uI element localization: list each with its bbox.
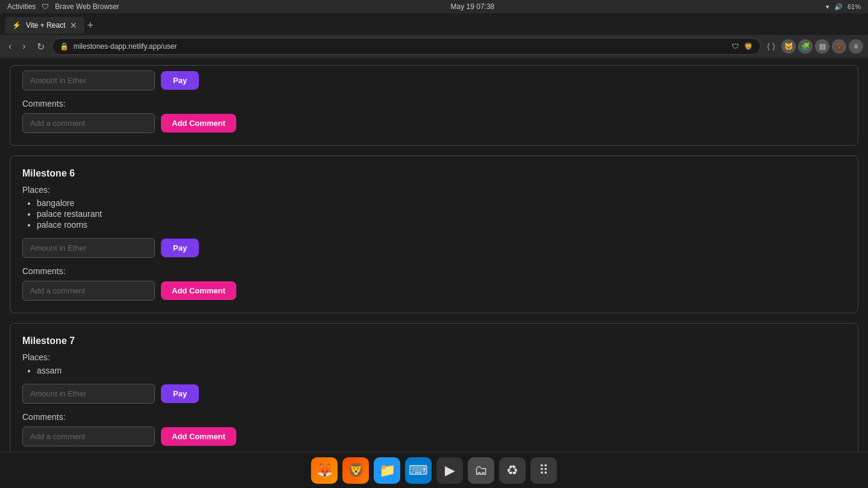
milestone-7-comment-row: Add Comment bbox=[22, 427, 846, 446]
taskbar-terminal[interactable]: ▶ bbox=[436, 457, 463, 484]
list-item: bangalore bbox=[37, 198, 846, 208]
nav-icons: ⟨ ⟩ bbox=[764, 40, 778, 52]
forward-button[interactable]: › bbox=[19, 40, 29, 53]
share-button[interactable]: ⟨ ⟩ bbox=[764, 40, 778, 52]
taskbar-nautilus[interactable]: 🗂 bbox=[468, 457, 494, 484]
milestone-6-add-comment-button[interactable]: Add Comment bbox=[161, 281, 236, 300]
menu-icon[interactable]: ≡ bbox=[849, 39, 863, 54]
tab-bar: ⚡ Vite + React ✕ + bbox=[0, 13, 868, 35]
shield-icon: 🛡 bbox=[42, 2, 49, 11]
taskbar-apps[interactable]: ⠿ bbox=[530, 457, 557, 484]
milestone-6-places-label: Places: bbox=[22, 185, 846, 195]
list-item: assam bbox=[37, 366, 846, 375]
list-item: palace restaurant bbox=[37, 209, 846, 219]
os-bar-left: Activities 🛡 Brave Web Browser bbox=[7, 2, 119, 11]
milestone-7-title: Milestone 7 bbox=[22, 336, 846, 346]
milestone-6: Milestone 6Places:bangalorepalace restau… bbox=[10, 155, 858, 313]
sidebar-icon[interactable]: ▤ bbox=[815, 39, 829, 54]
partial-payment-row: Pay bbox=[22, 70, 846, 90]
url-text: milestones-dapp.netlify.app/user bbox=[74, 42, 727, 51]
milestone-7-comment-input[interactable] bbox=[22, 427, 155, 446]
battery-label: 61% bbox=[848, 3, 861, 10]
browser-label: Brave Web Browser bbox=[55, 2, 119, 11]
lock-icon: 🔒 bbox=[60, 42, 69, 51]
taskbar-firefox[interactable]: 🦊 bbox=[311, 457, 338, 484]
milestone-7: Milestone 7Places:assamPayComments:Add C… bbox=[10, 323, 858, 452]
back-button[interactable]: ‹ bbox=[5, 40, 15, 53]
os-bar: Activities 🛡 Brave Web Browser May 19 07… bbox=[0, 0, 868, 13]
list-item: palace rooms bbox=[37, 220, 846, 230]
partial-card: Pay Comments: Add Comment bbox=[10, 65, 858, 146]
milestone-6-places-list: bangalorepalace restaurantpalace rooms bbox=[22, 198, 846, 230]
volume-icon: 🔊 bbox=[834, 3, 843, 11]
partial-comments-label: Comments: bbox=[22, 99, 846, 108]
milestones-container: Milestone 6Places:bangalorepalace restau… bbox=[10, 155, 858, 452]
milestone-6-title: Milestone 6 bbox=[22, 168, 846, 179]
milestone-7-payment-row: Pay bbox=[22, 384, 846, 404]
taskbar-files[interactable]: 📁 bbox=[374, 457, 400, 484]
address-bar[interactable]: 🔒 milestones-dapp.netlify.app/user 🛡 🦁 bbox=[52, 38, 761, 55]
taskbar-recycle[interactable]: ♻ bbox=[499, 457, 526, 484]
tab-close-button[interactable]: ✕ bbox=[70, 21, 77, 30]
brave-shield-icon: 🛡 bbox=[732, 42, 739, 51]
taskbar-vscode[interactable]: ⌨ bbox=[405, 457, 432, 484]
tab-title: Vite + React bbox=[26, 21, 65, 30]
wallet-icon[interactable]: 💼 bbox=[832, 39, 846, 54]
new-tab-button[interactable]: + bbox=[87, 19, 93, 32]
milestone-7-places-label: Places: bbox=[22, 352, 846, 362]
partial-comment-input[interactable] bbox=[22, 113, 155, 133]
taskbar-brave[interactable]: 🦁 bbox=[342, 457, 369, 484]
active-tab[interactable]: ⚡ Vite + React ✕ bbox=[5, 17, 84, 34]
right-icons: 🐱 🧩 ▤ 💼 ≡ bbox=[781, 39, 863, 54]
milestone-6-payment-row: Pay bbox=[22, 238, 846, 258]
milestone-6-pay-button[interactable]: Pay bbox=[161, 239, 199, 257]
extensions-icon[interactable]: 🧩 bbox=[798, 39, 813, 54]
milestone-7-places-list: assam bbox=[22, 366, 846, 375]
milestone-7-add-comment-button[interactable]: Add Comment bbox=[161, 427, 236, 446]
taskbar: 🦊 🦁 📁 ⌨ ▶ 🗂 ♻ ⠿ bbox=[0, 452, 868, 488]
wifi-icon: ▾ bbox=[826, 3, 829, 11]
reload-button[interactable]: ↻ bbox=[33, 40, 48, 54]
partial-comment-row: Add Comment bbox=[22, 113, 846, 133]
milestone-7-ether-input[interactable] bbox=[22, 384, 155, 404]
milestone-7-comments-label: Comments: bbox=[22, 412, 846, 422]
partial-ether-input[interactable] bbox=[22, 70, 155, 90]
partial-pay-button[interactable]: Pay bbox=[161, 71, 199, 90]
milestone-6-ether-input[interactable] bbox=[22, 238, 155, 258]
milestone-6-comment-input[interactable] bbox=[22, 281, 155, 301]
profile-icon[interactable]: 🐱 bbox=[781, 39, 796, 54]
brave-rewards-icon: 🦁 bbox=[744, 42, 753, 51]
milestone-7-pay-button[interactable]: Pay bbox=[161, 384, 199, 403]
milestone-6-comments-label: Comments: bbox=[22, 266, 846, 276]
partial-add-comment-button[interactable]: Add Comment bbox=[161, 114, 236, 133]
browser-chrome: ⚡ Vite + React ✕ + ‹ › ↻ 🔒 milestones-da… bbox=[0, 13, 868, 58]
tab-favicon: ⚡ bbox=[12, 21, 21, 30]
nav-bar: ‹ › ↻ 🔒 milestones-dapp.netlify.app/user… bbox=[0, 35, 868, 58]
browser-content: Pay Comments: Add Comment Milestone 6Pla… bbox=[0, 58, 868, 452]
activities-label[interactable]: Activities bbox=[7, 2, 36, 11]
os-bar-right: ▾ 🔊 61% bbox=[826, 3, 861, 11]
os-bar-center: May 19 07:38 bbox=[451, 2, 495, 11]
milestone-6-comment-row: Add Comment bbox=[22, 281, 846, 301]
